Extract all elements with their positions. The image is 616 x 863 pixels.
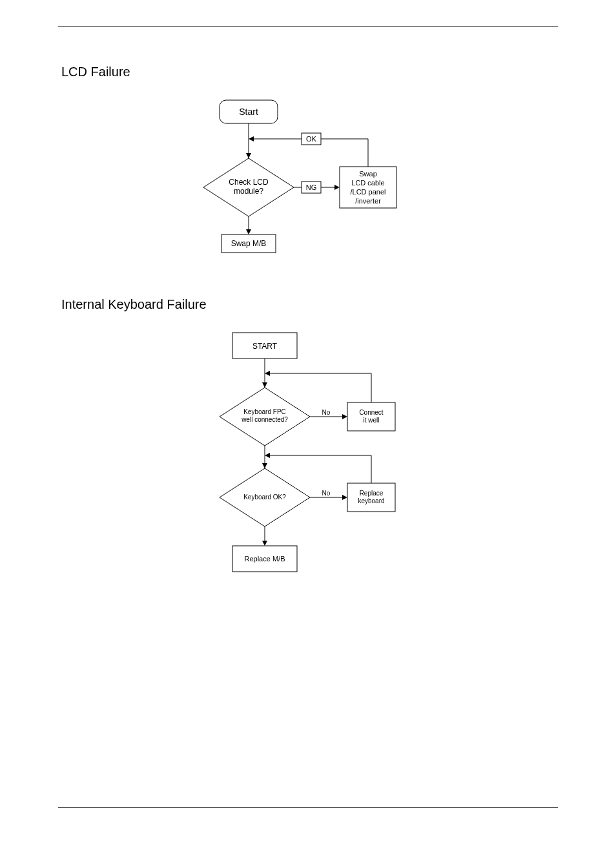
node-start2-label: START bbox=[252, 342, 278, 351]
flowchart-keyboard: START Keyboard FPC well connected? No Co… bbox=[213, 323, 426, 581]
node-check-lcd-label2: module? bbox=[234, 187, 263, 196]
svg-marker-6 bbox=[249, 136, 254, 141]
edge-kbd-no: No bbox=[322, 490, 331, 497]
edge-label-ok: OK bbox=[306, 135, 317, 143]
node-swap-mb-label: Swap M/B bbox=[231, 239, 267, 248]
svg-marker-9 bbox=[334, 185, 340, 190]
node-swap-parts-l2: LCD cable bbox=[351, 179, 384, 187]
svg-marker-14 bbox=[262, 382, 267, 388]
svg-marker-22 bbox=[262, 463, 267, 468]
header-rule bbox=[58, 26, 558, 26]
svg-marker-25 bbox=[265, 453, 270, 458]
node-connect-l1: Connect bbox=[359, 409, 383, 416]
heading-lcd-failure: LCD Failure bbox=[61, 65, 130, 79]
node-kbd-ok-label: Keyboard OK? bbox=[243, 494, 286, 501]
node-swap-parts-l3: /LCD panel bbox=[350, 188, 385, 196]
node-start-label: Start bbox=[239, 107, 258, 117]
edge-fpc-no: No bbox=[322, 409, 331, 416]
node-swap-parts-l4: /inverter bbox=[355, 197, 381, 205]
svg-marker-27 bbox=[342, 495, 347, 500]
edge-label-ng: NG bbox=[306, 183, 317, 191]
svg-marker-19 bbox=[342, 414, 347, 419]
page: LCD Failure Start OK Check LCD module? N… bbox=[0, 0, 616, 863]
svg-marker-17 bbox=[265, 371, 270, 376]
node-swap-parts-l1: Swap bbox=[359, 170, 377, 178]
svg-marker-2 bbox=[246, 153, 251, 158]
heading-keyboard-failure: Internal Keyboard Failure bbox=[61, 297, 207, 312]
footer-rule bbox=[58, 807, 558, 808]
node-fpc-l2: well connected? bbox=[241, 416, 288, 423]
svg-marker-29 bbox=[262, 541, 267, 546]
node-replace-kbd-l1: Replace bbox=[360, 490, 384, 497]
node-check-lcd-label1: Check LCD bbox=[229, 178, 269, 187]
node-fpc-l1: Keyboard FPC bbox=[243, 408, 286, 415]
node-connect-l2: it well bbox=[363, 417, 379, 424]
node-replace-kbd-l2: keyboard bbox=[358, 497, 384, 504]
node-replace-mb-label: Replace M/B bbox=[245, 555, 285, 563]
svg-marker-11 bbox=[246, 229, 251, 234]
flowchart-lcd: Start OK Check LCD module? NG Swap LCD c… bbox=[194, 90, 426, 258]
